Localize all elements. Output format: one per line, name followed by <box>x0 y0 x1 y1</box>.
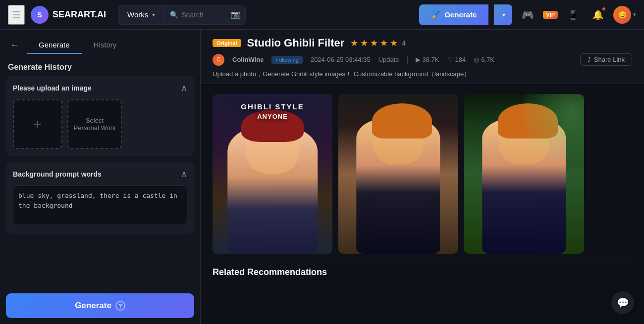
generate-label: Generate <box>75 301 111 311</box>
ghibli-line1: GHIBLI STYLE <box>241 102 304 112</box>
back-arrow-icon: ← <box>10 40 19 50</box>
related-recommendations-section: Related Recommendations <box>213 262 632 282</box>
star-5: ★ <box>390 38 398 48</box>
tab-history[interactable]: History <box>82 37 129 54</box>
upload-section-title: Please upload an image <box>13 84 92 92</box>
meta-divider <box>407 56 408 64</box>
tool-header: Original Studio Ghibli Filter ★ ★ ★ ★ ★ … <box>201 30 644 84</box>
discord-button[interactable]: 🎮 <box>518 5 537 24</box>
bg-section-title: Background prompt words <box>13 170 102 178</box>
tool-title-row: Original Studio Ghibli Filter ★ ★ ★ ★ ★ … <box>213 37 632 49</box>
history-label-area: Generate History <box>0 61 200 76</box>
gallery-grid: GHIBLI STYLE ANYONE <box>213 94 584 254</box>
generate-nav-label: Generate <box>444 10 477 19</box>
ghibli-line2: ANYONE <box>241 113 304 121</box>
tool-title: Studio Ghibli Filter <box>247 37 345 49</box>
plus-icon: + <box>34 116 42 132</box>
search-wrap: 🔍 📷 <box>164 5 246 25</box>
star-rating: ★ ★ ★ ★ ★ 4 <box>350 38 406 48</box>
topnav: ☰ S SEARART.AI Works ▾ 🔍 📷 🖌️ Generate ▾… <box>0 0 644 30</box>
sidebar-header: ← Generate History <box>0 30 200 61</box>
generate-split-button[interactable]: ▾ <box>494 4 512 25</box>
avatar-chevron-icon: ▾ <box>633 11 636 18</box>
upload-box[interactable]: + <box>13 99 62 149</box>
star-2: ★ <box>360 38 368 48</box>
stat-views: ◎ 6.7K <box>474 56 494 63</box>
menu-button[interactable]: ☰ <box>8 5 25 25</box>
ghibli-text-overlay: GHIBLI STYLE ANYONE <box>241 102 304 121</box>
stat-play: ▶ 38.7K <box>416 56 439 63</box>
like-icon: ♡ <box>447 56 453 63</box>
gallery-image-1[interactable]: GHIBLI STYLE ANYONE <box>213 94 332 254</box>
tool-description-row: Upload a photo，Generate Ghibli style ima… <box>213 70 632 79</box>
share-label: Share Link <box>594 56 625 63</box>
views-value: 6.7K <box>481 56 494 63</box>
mobile-icon: 📱 <box>568 9 579 20</box>
chevron-down-icon: ▾ <box>152 11 155 18</box>
works-label: Works <box>127 10 148 19</box>
bell-icon: 🔔 <box>592 9 603 20</box>
select-personal-work-button[interactable]: Select Personal Work <box>67 99 122 149</box>
sidebar: ← Generate History Generate History Plea… <box>0 30 201 324</box>
original-badge: Original <box>213 39 241 47</box>
play-icon: ▶ <box>416 56 421 63</box>
notifications-button[interactable]: 🔔 <box>589 5 607 24</box>
star-4: ★ <box>380 38 388 48</box>
star-3: ★ <box>370 38 378 48</box>
notification-badge <box>601 6 606 11</box>
share-link-button[interactable]: ⤴ Share Link <box>580 53 632 66</box>
logo-text: SEARART.AI <box>53 9 106 20</box>
nav-search-area: Works ▾ 🔍 📷 <box>118 5 246 25</box>
author-avatar: C <box>213 54 224 66</box>
brush-icon: 🖌️ <box>431 10 440 19</box>
discord-icon: 🎮 <box>522 9 534 21</box>
gallery-image-2[interactable] <box>338 94 458 254</box>
related-title: Related Recommendations <box>213 267 327 277</box>
share-icon: ⤴ <box>588 56 591 63</box>
tab-generate[interactable]: Generate <box>27 37 82 54</box>
tool-description: Upload a photo，Generate Ghibli style ima… <box>213 70 470 79</box>
like-value: 184 <box>455 56 466 63</box>
chevron-down-icon: ▾ <box>502 11 505 18</box>
works-dropdown-button[interactable]: Works ▾ <box>118 5 164 25</box>
generate-main-button[interactable]: Generate ? <box>6 293 194 318</box>
tool-meta-row: C ColinWine Following 2024-06-25 03:44:3… <box>213 53 632 66</box>
generate-nav-button[interactable]: 🖌️ Generate <box>419 4 488 25</box>
stat-like[interactable]: ♡ 184 <box>447 56 466 63</box>
play-value: 38.7K <box>423 56 439 63</box>
following-badge[interactable]: Following <box>271 56 302 64</box>
upload-section-header: Please upload an image ∧ <box>13 83 187 93</box>
upload-area: + Select Personal Work <box>13 99 187 149</box>
author-name: ColinWine <box>232 56 264 63</box>
generate-footer: Generate ? <box>0 287 200 324</box>
upload-section: Please upload an image ∧ + Select Person… <box>6 76 194 156</box>
support-bubble[interactable]: 💬 <box>611 291 634 314</box>
select-personal-line1: Select <box>86 117 104 124</box>
star-count: 4 <box>402 39 406 47</box>
bg-prompt-input[interactable]: blue sky, grassland, there is a castle i… <box>13 185 187 225</box>
history-title: Generate History <box>8 63 72 71</box>
camera-icon[interactable]: 📷 <box>231 10 241 19</box>
logo-icon: S <box>31 6 49 24</box>
support-icon: 💬 <box>617 297 629 309</box>
bg-prompt-section: Background prompt words ∧ blue sky, gras… <box>6 162 194 234</box>
select-personal-line2: Personal Work <box>73 124 115 132</box>
search-icon: 🔍 <box>170 11 178 19</box>
vip-ip: IP <box>550 12 555 18</box>
right-panel: Original Studio Ghibli Filter ★ ★ ★ ★ ★ … <box>201 30 644 324</box>
bg-toggle-button[interactable]: ∧ <box>181 169 187 180</box>
logo: S SEARART.AI <box>31 6 106 24</box>
star-1: ★ <box>350 38 358 48</box>
generate-info-icon: ? <box>115 301 125 311</box>
main-content: ← Generate History Generate History Plea… <box>0 30 644 324</box>
back-button[interactable]: ← <box>8 38 21 52</box>
mobile-icon-button[interactable]: 📱 <box>564 5 583 24</box>
user-avatar-wrap[interactable]: 😊 ▾ <box>613 6 636 24</box>
vip-badge: VIP <box>543 11 558 19</box>
update-label: Update <box>378 56 399 63</box>
upload-toggle-button[interactable]: ∧ <box>181 83 187 93</box>
views-icon: ◎ <box>474 56 479 63</box>
bg-section-header: Background prompt words ∧ <box>13 169 187 180</box>
gallery-image-3[interactable] <box>464 94 584 254</box>
gallery-area: GHIBLI STYLE ANYONE <box>201 84 644 324</box>
